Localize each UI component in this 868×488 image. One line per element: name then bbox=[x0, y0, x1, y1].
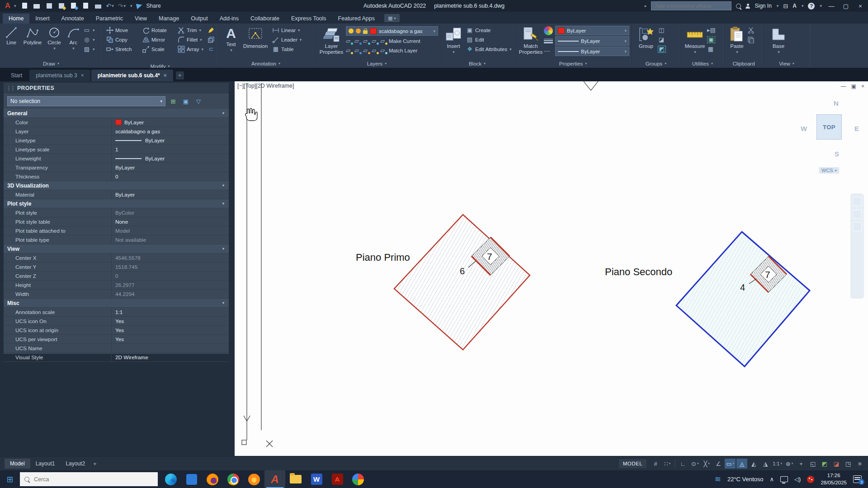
move-tool[interactable]: Move bbox=[106, 26, 142, 34]
erase-tool-icon[interactable] bbox=[208, 26, 215, 34]
property-value[interactable]: Not available bbox=[112, 235, 229, 244]
edit-attributes-button[interactable]: ❖Edit Attributes▾ bbox=[466, 45, 512, 53]
group-edit-icon[interactable]: ◪ bbox=[658, 36, 666, 44]
mirror-tool[interactable]: Mirror bbox=[142, 36, 177, 44]
draw-panel-label[interactable]: Draw▾ bbox=[0, 59, 102, 68]
palette-row-width[interactable]: Width44.2294 bbox=[4, 290, 229, 299]
annotation-visibility-icon[interactable]: ◬ bbox=[736, 459, 747, 469]
graphics-performance-icon[interactable]: ◩ bbox=[819, 459, 830, 469]
ortho-icon[interactable]: ∟ bbox=[678, 459, 689, 469]
new-file-icon[interactable] bbox=[21, 2, 29, 9]
redo-button[interactable]: ↷▾ bbox=[118, 2, 126, 9]
property-value[interactable]: Yes bbox=[112, 317, 229, 325]
palette-row-thickness[interactable]: Thickness0 bbox=[4, 172, 229, 181]
trusted-locations-icon[interactable]: ◪ bbox=[831, 459, 842, 469]
layout-tab-layout2[interactable]: Layout2 bbox=[60, 459, 90, 469]
explode-tool-icon[interactable] bbox=[208, 36, 215, 44]
palette-row-center-y[interactable]: Center Y1518.745 bbox=[4, 263, 229, 272]
polar-tracking-icon[interactable]: ⊙▾ bbox=[689, 459, 700, 469]
copy-clip-icon[interactable] bbox=[747, 36, 755, 44]
properties-panel-label[interactable]: Properties▾ bbox=[515, 59, 631, 68]
palette-row-center-x[interactable]: Center X4546.5578 bbox=[4, 253, 229, 263]
join-tool-icon[interactable]: ⊂ bbox=[208, 45, 215, 53]
toggle-pickadd-icon[interactable]: ⊞ bbox=[168, 97, 178, 106]
quick-select-icon[interactable]: ▸▤ bbox=[707, 26, 715, 34]
layout-tab-model[interactable]: Model bbox=[5, 459, 30, 469]
weather-icon[interactable]: ≋ bbox=[715, 474, 721, 484]
property-value[interactable]: 0 bbox=[112, 272, 229, 280]
taskbar-search-input[interactable] bbox=[33, 476, 153, 483]
ribbon-tab-manage[interactable]: Manage bbox=[153, 14, 185, 23]
autodesk-dropdown-icon[interactable]: ▾ bbox=[802, 4, 804, 8]
annotation-scale-icon2[interactable]: ◮ bbox=[760, 459, 771, 469]
palette-row-linetype-scale[interactable]: Linetype scale1 bbox=[4, 145, 229, 154]
palette-row-plot-table-type[interactable]: Plot table typeNot available bbox=[4, 235, 229, 244]
properties-palette-header[interactable]: ⋮⋮ PROPERTIES bbox=[4, 83, 229, 94]
layer-color-swatch[interactable] bbox=[370, 28, 377, 34]
ribbon-tab-featured-apps[interactable]: Featured Apps bbox=[332, 14, 381, 23]
copy-tool[interactable]: Copy bbox=[106, 36, 142, 44]
palette-row-ucs-icon-on[interactable]: UCS icon OnYes bbox=[4, 317, 229, 326]
palette-section-plot-style[interactable]: Plot style▾ bbox=[4, 199, 229, 208]
property-value[interactable]: 1518.745 bbox=[112, 263, 229, 271]
palette-section-view[interactable]: View▾ bbox=[4, 244, 229, 253]
sign-in-label[interactable]: Sign In bbox=[755, 3, 771, 9]
view-panel-label[interactable]: View▾ bbox=[763, 59, 810, 68]
rotate-tool[interactable]: Rotate bbox=[142, 26, 177, 34]
property-value[interactable]: ByLayer bbox=[112, 118, 229, 127]
clipboard-panel-label[interactable]: Clipboard bbox=[725, 59, 763, 68]
table-tool[interactable]: ▦Table bbox=[272, 45, 302, 53]
layer-lock-icon[interactable] bbox=[363, 30, 368, 34]
property-value[interactable]: scaldabagno a gas bbox=[112, 127, 229, 136]
property-value[interactable]: ByLayer bbox=[112, 136, 229, 145]
taskbar-app-firefox[interactable] bbox=[202, 470, 223, 488]
annotation-autoscale-icon[interactable]: ◭ bbox=[748, 459, 759, 469]
object-snap-tracking-icon[interactable]: ╳▾ bbox=[701, 459, 712, 469]
quick-select-palette-icon[interactable]: ▽ bbox=[193, 97, 203, 106]
property-value[interactable]: ByLayer bbox=[112, 163, 229, 172]
new-drawing-tab-button[interactable]: + bbox=[176, 71, 184, 80]
volume-icon[interactable]: ◁) bbox=[794, 476, 801, 483]
app-store-icon[interactable]: ⊟ bbox=[783, 3, 788, 9]
palette-row-plot-table-attached-to[interactable]: Plot table attached toModel bbox=[4, 226, 229, 235]
palette-row-lineweight[interactable]: LineweightByLayer bbox=[4, 154, 229, 163]
ribbon-tab-parametric[interactable]: Parametric bbox=[90, 14, 129, 23]
palette-row-center-z[interactable]: Center Z0 bbox=[4, 272, 229, 281]
cut-icon[interactable] bbox=[747, 26, 755, 34]
taskbar-app-photos[interactable] bbox=[348, 470, 368, 488]
workspace-switcher-button[interactable]: ▦▾ bbox=[384, 14, 400, 22]
trim-tool[interactable]: Trim▾ bbox=[178, 26, 207, 34]
start-button[interactable]: ⊞ bbox=[0, 470, 20, 488]
autocad-logo-icon[interactable]: A bbox=[2, 1, 14, 11]
share-label[interactable]: Share bbox=[146, 3, 161, 9]
palette-row-plot-style-table[interactable]: Plot style tableNone bbox=[4, 217, 229, 226]
taskbar-app-edge[interactable] bbox=[160, 470, 181, 488]
palette-row-color[interactable]: ColorByLayer bbox=[4, 118, 229, 127]
edit-block-button[interactable]: ▤Edit bbox=[466, 36, 512, 44]
palette-section-misc[interactable]: Misc▾ bbox=[4, 299, 229, 308]
taskbar-app-chrome[interactable] bbox=[223, 470, 244, 488]
annotation-scale-value[interactable]: 1:1▾ bbox=[772, 459, 783, 469]
qat-customize-icon[interactable]: ▾ bbox=[130, 4, 132, 8]
ribbon-tab-annotate[interactable]: Annotate bbox=[56, 14, 90, 23]
ribbon-tab-view[interactable]: View bbox=[129, 14, 153, 23]
taskbar-app-autocad[interactable]: A bbox=[264, 470, 285, 488]
array-tool[interactable]: Array▾ bbox=[178, 45, 207, 53]
help-search-box[interactable] bbox=[651, 1, 731, 10]
publish-icon[interactable] bbox=[82, 2, 90, 9]
hidden-icons-chevron[interactable]: ∧ bbox=[770, 476, 774, 483]
taskbar-app-app-blue[interactable] bbox=[181, 470, 202, 488]
antivirus-tray-icon[interactable] bbox=[807, 476, 814, 483]
share-icon[interactable] bbox=[136, 3, 142, 9]
taskbar-app-acrobat[interactable]: A bbox=[327, 470, 348, 488]
restore-button[interactable]: ▢ bbox=[841, 3, 851, 9]
ellipse-tool[interactable]: ◎▾ bbox=[83, 36, 95, 44]
palette-row-ucs-name[interactable]: UCS Name bbox=[4, 344, 229, 353]
minimize-button[interactable]: — bbox=[826, 3, 836, 9]
customize-icon[interactable]: ≡ bbox=[854, 459, 865, 469]
taskbar-app-browser-orange[interactable] bbox=[244, 470, 264, 488]
workspace-icon[interactable]: ⊛▾ bbox=[784, 459, 795, 469]
ungroup-icon[interactable]: ◫ bbox=[658, 26, 666, 34]
ribbon-tab-collaborate[interactable]: Collaborate bbox=[245, 14, 285, 23]
network-icon[interactable] bbox=[780, 476, 788, 482]
